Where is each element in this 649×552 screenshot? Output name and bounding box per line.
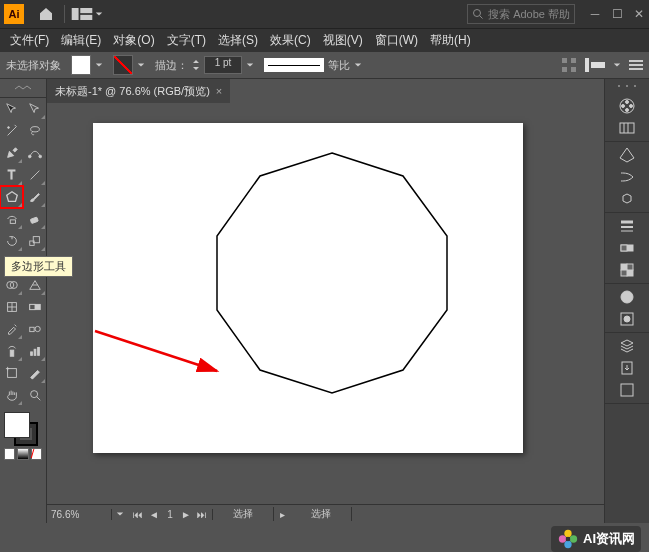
rotate-tool[interactable]	[0, 230, 23, 252]
svg-rect-0	[72, 8, 79, 20]
chevron-down-icon[interactable]	[95, 61, 103, 69]
swatches-icon[interactable]	[618, 146, 636, 164]
blend-tool[interactable]	[23, 318, 46, 340]
paintbrush-tool[interactable]	[23, 186, 46, 208]
polygon-shape[interactable]	[217, 153, 447, 393]
menu-view[interactable]: 视图(V)	[317, 32, 369, 49]
search-field[interactable]: 搜索 Adobe 帮助	[467, 4, 575, 24]
selection-tool[interactable]	[0, 98, 23, 120]
fill-swatch[interactable]	[71, 55, 91, 75]
svg-point-16	[28, 155, 31, 158]
panel-grip[interactable]	[605, 79, 649, 93]
canvas[interactable]	[47, 103, 604, 504]
mesh-tool[interactable]	[0, 296, 23, 318]
first-icon[interactable]: ⏮	[132, 509, 144, 520]
svg-point-53	[626, 101, 629, 104]
grid-icon[interactable]	[561, 57, 577, 73]
close-button[interactable]: ✕	[633, 8, 645, 20]
svg-point-74	[564, 530, 571, 537]
chevron-down-icon[interactable]	[95, 10, 103, 18]
fill-color[interactable]	[4, 412, 30, 438]
chevron-down-icon[interactable]	[246, 61, 254, 69]
direct-selection-tool[interactable]	[23, 98, 46, 120]
status-select-2[interactable]: 选择	[291, 507, 352, 521]
arrange-docs-button[interactable]	[69, 5, 95, 23]
gradient-tool[interactable]	[23, 296, 46, 318]
stepper-icon[interactable]	[192, 58, 200, 72]
gradient-mode[interactable]	[17, 448, 28, 460]
color-panel-icon[interactable]	[618, 97, 636, 115]
align-button[interactable]	[585, 58, 605, 72]
scale-tool[interactable]	[23, 230, 46, 252]
artboards-panel-icon[interactable]	[618, 381, 636, 399]
gradient-panel-icon[interactable]	[618, 239, 636, 257]
menu-file[interactable]: 文件(F)	[4, 32, 55, 49]
appearance-icon[interactable]	[618, 288, 636, 306]
status-chevron[interactable]: ▸	[274, 509, 291, 520]
document-tabs: 未标题-1* @ 76.6% (RGB/预览) ×	[47, 79, 604, 103]
eyedropper-tool[interactable]	[0, 318, 23, 340]
menu-type[interactable]: 文字(T)	[161, 32, 212, 49]
svg-rect-66	[627, 270, 633, 276]
color-guide-icon[interactable]	[618, 119, 636, 137]
fill-stroke-control[interactable]: /	[0, 406, 46, 466]
artboard-tool[interactable]	[0, 362, 23, 384]
next-icon[interactable]: ►	[180, 509, 192, 520]
polygon-tool[interactable]	[0, 186, 23, 208]
stroke-weight-input[interactable]: 1 pt	[204, 56, 242, 74]
menu-edit[interactable]: 编辑(E)	[55, 32, 107, 49]
eraser-tool[interactable]	[23, 208, 46, 230]
brushes-icon[interactable]	[618, 168, 636, 186]
panel-menu-icon[interactable]	[629, 58, 643, 72]
artboard[interactable]	[93, 123, 523, 453]
symbols-icon[interactable]	[618, 190, 636, 208]
artboard-nav[interactable]: ⏮ ◄ 1 ► ⏭	[128, 509, 213, 520]
chevron-down-icon[interactable]	[613, 61, 621, 69]
prev-icon[interactable]: ◄	[148, 509, 160, 520]
menu-select[interactable]: 选择(S)	[212, 32, 264, 49]
maximize-button[interactable]: ☐	[611, 8, 623, 20]
transparency-icon[interactable]	[618, 261, 636, 279]
lasso-tool[interactable]	[23, 120, 46, 142]
chevron-down-icon[interactable]	[137, 61, 145, 69]
chevron-down-icon[interactable]	[354, 61, 362, 69]
shape-builder-tool[interactable]	[0, 274, 23, 296]
stroke-swatch[interactable]	[113, 55, 133, 75]
type-tool[interactable]: T	[0, 164, 23, 186]
menu-window[interactable]: 窗口(W)	[369, 32, 424, 49]
pen-tool[interactable]	[0, 142, 23, 164]
hand-tool[interactable]	[0, 384, 23, 406]
minimize-button[interactable]: ─	[589, 8, 601, 20]
magic-wand-tool[interactable]	[0, 120, 23, 142]
stroke-panel-icon[interactable]	[618, 217, 636, 235]
artboard-number[interactable]: 1	[164, 509, 176, 520]
graphic-styles-icon[interactable]	[618, 310, 636, 328]
slice-tool[interactable]	[23, 362, 46, 384]
menu-help[interactable]: 帮助(H)	[424, 32, 477, 49]
zoom-level[interactable]: 76.6%	[47, 509, 112, 520]
perspective-tool[interactable]	[23, 274, 46, 296]
symbol-sprayer-tool[interactable]	[0, 340, 23, 362]
search-icon	[472, 8, 484, 20]
zoom-tool[interactable]	[23, 384, 46, 406]
home-icon[interactable]	[38, 6, 54, 22]
line-tool[interactable]	[23, 164, 46, 186]
curvature-tool[interactable]	[23, 142, 46, 164]
chevron-down-icon[interactable]	[116, 510, 124, 518]
stroke-profile[interactable]	[264, 58, 324, 72]
last-icon[interactable]: ⏭	[196, 509, 208, 520]
svg-point-14	[7, 127, 9, 129]
menu-object[interactable]: 对象(O)	[107, 32, 160, 49]
svg-point-51	[634, 85, 636, 87]
status-select-1[interactable]: 选择	[213, 507, 274, 521]
tool-panel-grip[interactable]	[0, 79, 46, 98]
close-tab-icon[interactable]: ×	[216, 85, 222, 97]
layers-icon[interactable]	[618, 337, 636, 355]
none-mode[interactable]: /	[31, 448, 42, 460]
menu-effect[interactable]: 效果(C)	[264, 32, 317, 49]
graph-tool[interactable]	[23, 340, 46, 362]
color-mode[interactable]	[4, 448, 15, 460]
asset-export-icon[interactable]	[618, 359, 636, 377]
shaper-tool[interactable]	[0, 208, 23, 230]
document-tab[interactable]: 未标题-1* @ 76.6% (RGB/预览) ×	[47, 79, 230, 103]
